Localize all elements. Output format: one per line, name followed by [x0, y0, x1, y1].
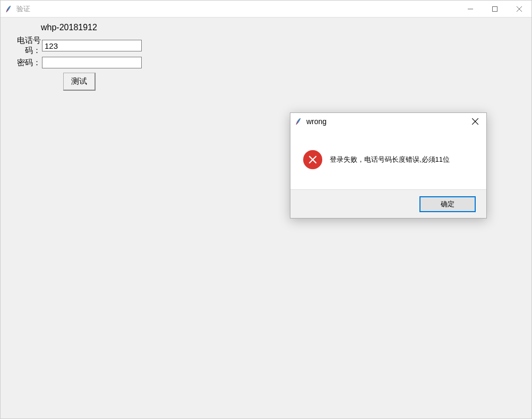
error-dialog: wrong 登录失败，电话号码长度错误,必须11位 确定 — [290, 112, 487, 219]
dialog-titlebar: wrong — [290, 113, 486, 130]
minimize-button[interactable] — [458, 1, 483, 17]
test-button[interactable]: 测试 — [63, 73, 96, 91]
tk-feather-icon — [295, 117, 303, 126]
dialog-ok-button[interactable]: 确定 — [419, 196, 476, 212]
window-title: 验证 — [16, 4, 458, 14]
maximize-button[interactable] — [483, 1, 507, 17]
svg-rect-1 — [493, 6, 497, 11]
dialog-title: wrong — [306, 117, 464, 126]
dialog-message: 登录失败，电话号码长度错误,必须11位 — [330, 155, 450, 164]
form-area: whp-20181912 电话号码： 密码： 测试 — [1, 23, 531, 91]
dialog-body: 登录失败，电话号码长度错误,必须11位 — [290, 130, 486, 189]
button-row: 测试 — [63, 73, 531, 91]
password-row: 密码： — [4, 57, 531, 68]
password-label: 密码： — [4, 58, 42, 68]
phone-input[interactable] — [42, 40, 142, 51]
error-x-icon — [303, 150, 322, 169]
dialog-close-button[interactable] — [464, 113, 486, 130]
close-button[interactable] — [507, 1, 531, 17]
window-controls — [458, 1, 531, 17]
dialog-footer: 确定 — [290, 189, 486, 218]
phone-label: 电话号码： — [4, 36, 42, 56]
form-heading: whp-20181912 — [41, 23, 531, 32]
password-input[interactable] — [42, 57, 142, 68]
main-titlebar: 验证 — [1, 1, 531, 18]
phone-row: 电话号码： — [4, 36, 531, 56]
tk-feather-icon — [5, 5, 13, 13]
